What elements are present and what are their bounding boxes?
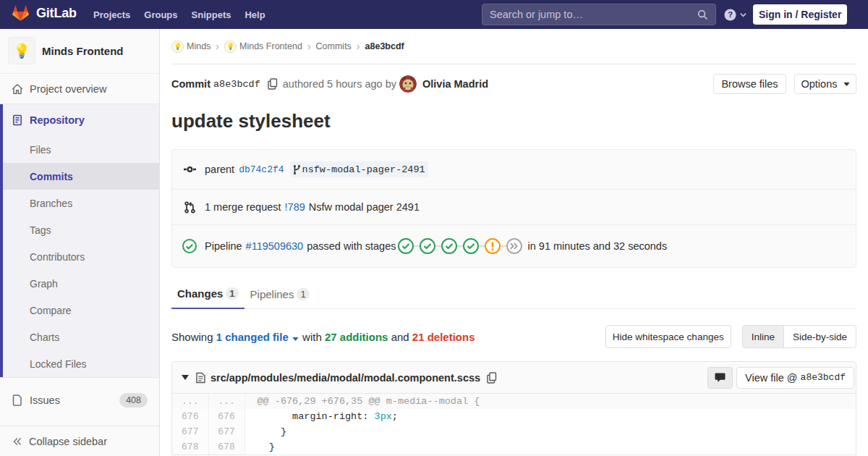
- svg-text:?: ?: [728, 10, 733, 19]
